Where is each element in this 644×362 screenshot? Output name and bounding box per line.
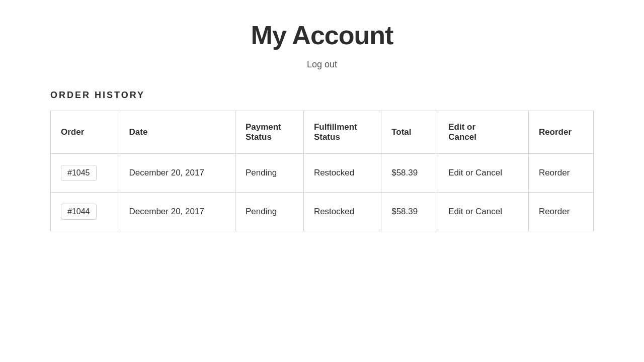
table-row: #1044December 20, 2017PendingRestocked$5… bbox=[51, 193, 594, 231]
reorder-link[interactable]: Reorder bbox=[539, 207, 570, 216]
cell-reorder: Reorder bbox=[528, 193, 593, 231]
cell-total: $58.39 bbox=[381, 154, 438, 193]
page-container: My Account Log out ORDER HISTORY Order D… bbox=[20, 0, 624, 251]
header: My Account Log out bbox=[50, 20, 594, 70]
reorder-link[interactable]: Reorder bbox=[539, 168, 570, 177]
cell-order: #1045 bbox=[51, 154, 119, 193]
order-number: #1045 bbox=[61, 165, 97, 181]
order-history-title: ORDER HISTORY bbox=[50, 90, 594, 101]
logout-link[interactable]: Log out bbox=[307, 59, 337, 69]
col-header-fulfillment-status: FulfillmentStatus bbox=[303, 111, 381, 154]
col-header-payment-status: PaymentStatus bbox=[235, 111, 303, 154]
col-header-order: Order bbox=[51, 111, 119, 154]
cell-reorder: Reorder bbox=[528, 154, 593, 193]
cell-fulfillment-status: Restocked bbox=[303, 193, 381, 231]
cell-date: December 20, 2017 bbox=[119, 154, 235, 193]
cell-total: $58.39 bbox=[381, 193, 438, 231]
page-title: My Account bbox=[50, 20, 594, 50]
col-header-date: Date bbox=[119, 111, 235, 154]
cell-edit-cancel: Edit or Cancel bbox=[438, 193, 529, 231]
cell-order: #1044 bbox=[51, 193, 119, 231]
table-row: #1045December 20, 2017PendingRestocked$5… bbox=[51, 154, 594, 193]
cell-fulfillment-status: Restocked bbox=[303, 154, 381, 193]
order-number: #1044 bbox=[61, 204, 97, 220]
cell-payment-status: Pending bbox=[235, 193, 303, 231]
edit-cancel-link[interactable]: Edit or Cancel bbox=[448, 207, 502, 216]
cell-date: December 20, 2017 bbox=[119, 193, 235, 231]
order-history-section: ORDER HISTORY Order Date PaymentStatus F… bbox=[50, 90, 594, 231]
order-table: Order Date PaymentStatus FulfillmentStat… bbox=[50, 111, 594, 231]
col-header-total: Total bbox=[381, 111, 438, 154]
col-header-reorder: Reorder bbox=[528, 111, 593, 154]
edit-cancel-link[interactable]: Edit or Cancel bbox=[448, 168, 502, 177]
cell-payment-status: Pending bbox=[235, 154, 303, 193]
cell-edit-cancel: Edit or Cancel bbox=[438, 154, 529, 193]
table-header-row: Order Date PaymentStatus FulfillmentStat… bbox=[51, 111, 594, 154]
col-header-edit-cancel: Edit orCancel bbox=[438, 111, 529, 154]
